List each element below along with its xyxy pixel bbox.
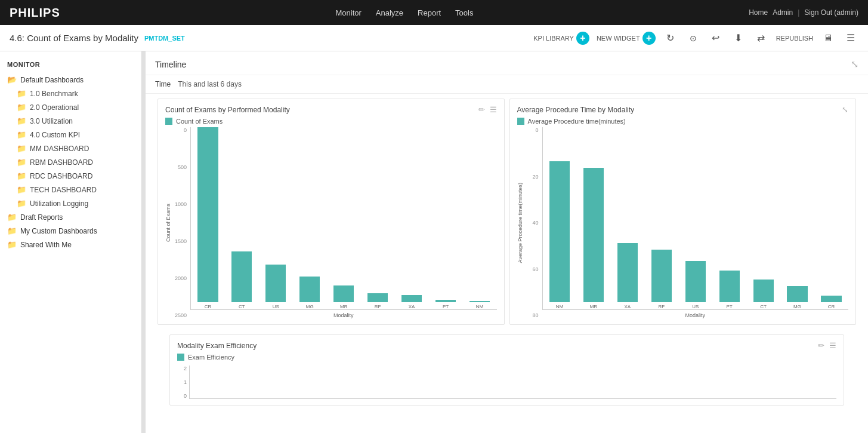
- sidebar-item-benchmark[interactable]: 📁 1.0 Benchmark: [0, 87, 141, 100]
- undo-icon[interactable]: ↩: [708, 30, 724, 46]
- refresh-icon[interactable]: ↻: [663, 30, 678, 46]
- chart3-y-axis: 210: [177, 366, 189, 399]
- menu-icon[interactable]: ☰: [829, 341, 836, 350]
- chart3-header: Modality Exam Efficiency ✏ ☰: [177, 341, 836, 350]
- chart1-legend: Count of Exams: [165, 118, 497, 125]
- nav-home[interactable]: Home: [749, 8, 768, 17]
- bar[interactable]: [367, 293, 388, 302]
- bar[interactable]: [265, 265, 286, 302]
- sidebar-group-label: Default Dashboards: [20, 76, 84, 84]
- folder-icon: 📁: [7, 213, 17, 222]
- main-layout: MONITOR 📂 Default Dashboards 📁 1.0 Bench…: [0, 51, 868, 433]
- chart2-bars: NMMRXARFUSPTCTMGCR: [542, 127, 849, 310]
- bar-x-label: MG: [793, 304, 801, 309]
- chart1-title: Count of Exams by Performed Modality: [165, 106, 290, 114]
- nav-monitor[interactable]: Monitor: [335, 8, 361, 17]
- bar[interactable]: [583, 168, 604, 302]
- target-icon[interactable]: ⊙: [685, 30, 701, 46]
- edit-icon[interactable]: ✏: [818, 341, 824, 350]
- sidebar-item-mm-dashboard[interactable]: 📁 MM DASHBOARD: [0, 142, 141, 155]
- sidebar-item-label: 3.0 Utilization: [30, 117, 73, 125]
- bar-group: RF: [361, 127, 395, 309]
- sidebar-item-label: TECH DASHBOARD: [30, 186, 97, 194]
- bar[interactable]: [299, 277, 320, 302]
- edit-icon[interactable]: ✏: [478, 105, 485, 114]
- sidebar-title: MONITOR: [0, 57, 141, 73]
- chart3-actions: ✏ ☰: [818, 341, 836, 350]
- sidebar-item-draft-reports[interactable]: 📁 Draft Reports: [0, 210, 141, 224]
- bar[interactable]: [401, 295, 422, 302]
- bar-x-label: XA: [409, 304, 415, 309]
- sidebar-item-utilization[interactable]: 📁 3.0 Utilization: [0, 114, 141, 128]
- bar[interactable]: [685, 261, 706, 302]
- toolbar: KPI LIBRARY + NEW WIDGET + ↻ ⊙ ↩ ⬇ ⇄ REP…: [533, 30, 858, 46]
- sidebar-item-rbm-dashboard[interactable]: 📁 RBM DASHBOARD: [0, 155, 141, 169]
- expand-icon[interactable]: ⤡: [851, 59, 858, 70]
- time-label: Time: [155, 80, 171, 88]
- chart2-y-axis: 806040200: [524, 127, 542, 318]
- bar-x-label: PT: [727, 304, 733, 309]
- bar-group: MR: [576, 127, 610, 309]
- bar[interactable]: [753, 280, 774, 302]
- bar[interactable]: [333, 285, 354, 302]
- republish-button[interactable]: REPUBLISH: [776, 35, 813, 42]
- legend-box: [517, 118, 524, 125]
- kpi-library-button[interactable]: KPI LIBRARY +: [533, 32, 589, 45]
- sidebar-item-custom-kpi[interactable]: 📁 4.0 Custom KPI: [0, 128, 141, 142]
- sidebar-item-operational[interactable]: 📁 2.0 Operational: [0, 100, 141, 114]
- nav-analyze[interactable]: Analyze: [376, 8, 403, 17]
- bar-x-label: CR: [828, 304, 835, 309]
- bar[interactable]: [549, 161, 570, 302]
- bar[interactable]: [617, 243, 638, 302]
- folder-icon: 📁: [7, 240, 17, 249]
- sidebar-item-label: 2.0 Operational: [30, 103, 79, 112]
- bar-x-label: NM: [556, 304, 563, 309]
- sidebar-item-label: My Custom Dashboards: [20, 227, 97, 235]
- bar-x-label: CT: [239, 304, 245, 309]
- bar[interactable]: [821, 296, 841, 302]
- new-widget-button[interactable]: NEW WIDGET +: [597, 32, 656, 45]
- menu-icon[interactable]: ☰: [490, 105, 497, 114]
- bar-group: PT: [429, 127, 463, 309]
- nav-tools[interactable]: Tools: [455, 8, 473, 17]
- bar[interactable]: [435, 300, 456, 302]
- sidebar-item-my-custom-dashboards[interactable]: 📁 My Custom Dashboards: [0, 224, 141, 238]
- sidebar-item-label: 4.0 Custom KPI: [30, 131, 80, 139]
- republish-label: REPUBLISH: [776, 35, 813, 42]
- chart1-header: Count of Exams by Performed Modality ✏ ☰: [165, 105, 497, 114]
- widget-plus-icon[interactable]: +: [642, 32, 656, 45]
- sidebar-item-label: RBM DASHBOARD: [30, 158, 93, 167]
- pmtdm-tag[interactable]: PMTDM_SET: [144, 35, 185, 42]
- sidebar-item-rdc-dashboard[interactable]: 📁 RDC DASHBOARD: [0, 169, 141, 183]
- download-icon[interactable]: ⬇: [731, 30, 746, 46]
- bar[interactable]: [719, 271, 740, 302]
- menu-icon[interactable]: ☰: [843, 30, 858, 46]
- folder-icon: 📁: [17, 130, 26, 139]
- bar[interactable]: [651, 250, 672, 302]
- sidebar-item-default-dashboards[interactable]: 📂 Default Dashboards: [0, 73, 141, 87]
- folder-icon: 📁: [17, 116, 26, 125]
- nav-signout[interactable]: Sign Out (admin): [804, 8, 858, 17]
- kpi-plus-icon[interactable]: +: [576, 32, 589, 45]
- bar[interactable]: [787, 286, 807, 302]
- chart2-header: Average Procedure Time by Modality ⤡: [517, 105, 849, 114]
- expand-icon[interactable]: ⤡: [842, 105, 848, 114]
- nav-report[interactable]: Report: [418, 8, 441, 17]
- folder-icon: 📁: [17, 158, 26, 167]
- sidebar-item-shared-with-me[interactable]: 📁 Shared With Me: [0, 238, 141, 251]
- sidebar-item-label: Utilization Logging: [30, 199, 88, 208]
- share-icon[interactable]: ⇄: [753, 30, 769, 46]
- chart3-area: 210: [177, 363, 836, 399]
- bar[interactable]: [197, 127, 218, 302]
- display-icon[interactable]: 🖥: [820, 30, 836, 46]
- bar-group: NM: [543, 127, 577, 309]
- bar[interactable]: [231, 251, 252, 302]
- nav-admin[interactable]: Admin: [773, 8, 793, 17]
- timeline-title: Timeline: [155, 60, 186, 69]
- chart2-actions: ⤡: [842, 105, 848, 114]
- bar[interactable]: [469, 301, 490, 302]
- bar-x-label: RF: [375, 304, 381, 309]
- sidebar-item-utilization-logging[interactable]: 📁 Utilization Logging: [0, 196, 141, 210]
- sidebar-item-tech-dashboard[interactable]: 📁 TECH DASHBOARD: [0, 183, 141, 196]
- folder-open-icon: 📂: [7, 75, 17, 84]
